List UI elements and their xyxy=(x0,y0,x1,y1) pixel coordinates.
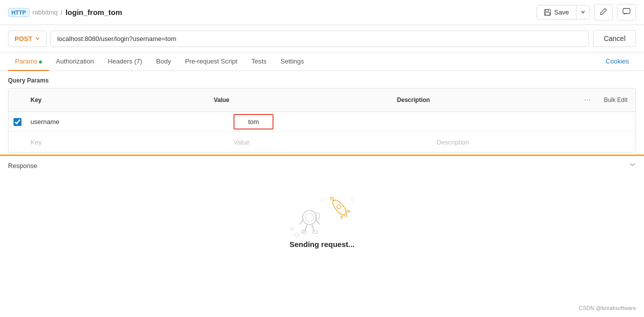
sending-area: Sending request... xyxy=(8,170,636,258)
response-section: Response xyxy=(0,154,644,264)
svg-point-16 xyxy=(330,198,348,217)
tab-tests[interactable]: Tests xyxy=(244,52,274,71)
value-header: Value xyxy=(210,94,392,106)
params-section: Query Params Key Value Description ··· B… xyxy=(0,71,644,152)
chevron-down-icon xyxy=(580,10,586,14)
comment-button[interactable] xyxy=(617,4,636,20)
pencil-icon xyxy=(600,8,608,16)
edit-button[interactable] xyxy=(594,4,613,20)
params-table: Key Value Description ··· Bulk Edit user… xyxy=(8,88,636,152)
chevron-down-icon xyxy=(629,161,636,168)
description-cell xyxy=(432,119,636,125)
response-collapse-icon[interactable] xyxy=(629,161,636,170)
tab-pre-request-label: Pre-request Script xyxy=(185,58,238,65)
svg-rect-2 xyxy=(546,12,550,15)
tab-tests-label: Tests xyxy=(252,58,266,65)
table-row-empty: Key Value Description xyxy=(8,132,636,152)
svg-point-4 xyxy=(295,233,299,237)
key-header: Key xyxy=(26,94,210,106)
query-params-title: Query Params xyxy=(8,77,636,84)
table-row: username tom xyxy=(8,112,636,132)
tab-body[interactable]: Body xyxy=(149,52,178,71)
svg-point-7 xyxy=(302,210,316,224)
svg-point-20 xyxy=(316,204,318,206)
svg-point-5 xyxy=(290,228,294,230)
tab-cookies-label: Cookies xyxy=(606,58,629,65)
table-actions: ··· Bulk Edit xyxy=(576,92,636,108)
checkbox-header-cell xyxy=(8,98,26,102)
more-options-icon[interactable]: ··· xyxy=(580,94,594,106)
checkbox-cell xyxy=(8,118,26,126)
table-header: Key Value Description ··· Bulk Edit xyxy=(8,88,636,112)
value-cell: tom xyxy=(230,112,432,132)
key-cell: username xyxy=(26,115,230,128)
save-button-group: Save xyxy=(536,5,590,20)
sending-text: Sending request... xyxy=(290,240,354,248)
key-value: username xyxy=(30,118,60,126)
svg-rect-3 xyxy=(623,8,630,14)
tabs-bar: Params Authorization Headers (7) Body Pr… xyxy=(0,52,644,71)
svg-point-21 xyxy=(351,199,353,201)
breadcrumb-collection: rabbitmq xyxy=(32,8,58,16)
tab-authorization-label: Authorization xyxy=(56,58,94,65)
url-input[interactable] xyxy=(50,30,589,47)
app-header: HTTP rabbitmq / login_from_tom Save xyxy=(0,0,644,25)
request-name: login_from_tom xyxy=(66,8,122,16)
response-header: Response xyxy=(8,161,636,170)
empty-description-cell[interactable]: Description xyxy=(432,136,636,149)
tab-cookies[interactable]: Cookies xyxy=(598,52,636,71)
method-chevron-icon xyxy=(35,36,40,41)
svg-point-17 xyxy=(336,204,342,210)
comment-icon xyxy=(622,8,630,16)
tab-body-label: Body xyxy=(156,58,171,65)
save-dropdown-button[interactable] xyxy=(576,6,590,19)
sending-illustration xyxy=(282,190,362,240)
description-header: Description xyxy=(393,94,576,106)
empty-value-cell[interactable]: Value xyxy=(230,136,432,149)
url-bar: POST Cancel xyxy=(0,25,644,52)
tab-headers-label: Headers (7) xyxy=(108,58,142,65)
svg-line-14 xyxy=(316,219,319,224)
svg-line-13 xyxy=(300,219,304,224)
method-selector[interactable]: POST xyxy=(8,30,46,47)
value-highlighted: tom xyxy=(234,114,274,130)
tab-settings[interactable]: Settings xyxy=(274,52,311,71)
tab-params[interactable]: Params xyxy=(8,52,49,71)
svg-line-10 xyxy=(312,224,314,231)
params-dot xyxy=(39,60,42,64)
svg-rect-1 xyxy=(546,10,548,12)
tab-authorization[interactable]: Authorization xyxy=(49,52,101,71)
save-icon xyxy=(544,9,551,16)
header-right: Save xyxy=(536,4,636,20)
http-badge: HTTP xyxy=(8,8,30,17)
method-label: POST xyxy=(14,35,32,42)
svg-point-8 xyxy=(306,214,314,222)
svg-point-12 xyxy=(312,230,318,234)
save-label: Save xyxy=(554,8,569,16)
save-button[interactable]: Save xyxy=(537,6,576,19)
svg-point-19 xyxy=(329,207,330,208)
bulk-edit-button[interactable]: Bulk Edit xyxy=(600,94,632,106)
svg-point-18 xyxy=(321,199,323,201)
response-title: Response xyxy=(8,162,38,170)
tab-settings-label: Settings xyxy=(280,58,304,65)
svg-line-9 xyxy=(305,224,307,231)
tab-params-label: Params xyxy=(15,58,38,65)
cancel-button[interactable]: Cancel xyxy=(593,30,636,47)
row-checkbox[interactable] xyxy=(14,118,22,126)
tab-headers[interactable]: Headers (7) xyxy=(101,52,150,71)
tab-pre-request-script[interactable]: Pre-request Script xyxy=(178,52,244,71)
empty-key-cell[interactable]: Key xyxy=(26,136,230,149)
header-left: HTTP rabbitmq / login_from_tom xyxy=(8,8,122,17)
breadcrumb-separator: / xyxy=(60,8,62,16)
